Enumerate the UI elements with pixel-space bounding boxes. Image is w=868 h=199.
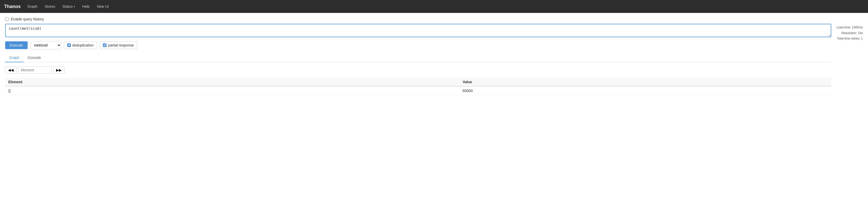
table-cell-value: 60000 xyxy=(460,86,831,95)
table-header: Element Value xyxy=(5,78,831,86)
nav-dropdown-status[interactable]: Status ▾ xyxy=(60,2,78,10)
query-input[interactable] xyxy=(5,24,831,37)
nav-status-label: Status xyxy=(62,4,73,8)
enable-history-label: Enable query history xyxy=(11,17,44,21)
tab-console[interactable]: Console xyxy=(24,54,45,62)
deduplication-label: deduplication xyxy=(72,43,94,47)
nav-link-stores[interactable]: Stores xyxy=(42,2,58,10)
query-section xyxy=(5,24,831,38)
partial-response-toggle[interactable]: partial response xyxy=(99,41,137,49)
time-controls: ◀◀ ▶▶ xyxy=(5,66,831,74)
chevron-down-icon: ▾ xyxy=(74,5,75,8)
content-area: Execute metrics0 deduplication partial r… xyxy=(5,24,831,95)
table-cell-element: {} xyxy=(5,86,460,95)
enable-history-row: Enable query history xyxy=(5,17,863,21)
deduplication-toggle[interactable]: deduplication xyxy=(64,41,97,49)
deduplication-checkbox[interactable] xyxy=(67,43,71,47)
execute-button[interactable]: Execute xyxy=(5,41,28,49)
time-back-button[interactable]: ◀◀ xyxy=(5,66,17,74)
navbar: Thanos Graph Stores Status ▾ Help New UI xyxy=(0,0,868,13)
brand-logo: Thanos xyxy=(4,4,21,9)
stat-total-series: Total time series: 1 xyxy=(836,36,863,42)
partial-response-checkbox[interactable] xyxy=(103,43,106,47)
stat-load-time: Load time: 1465ms xyxy=(836,25,863,31)
tab-graph[interactable]: Graph xyxy=(5,54,24,62)
nav-link-newui[interactable]: New UI xyxy=(94,2,112,10)
store-select[interactable]: metrics0 xyxy=(30,41,61,49)
stats-panel: Load time: 1465ms Resolution: 14s Total … xyxy=(836,24,863,95)
stat-resolution: Resolution: 14s xyxy=(836,31,863,36)
nav-link-graph[interactable]: Graph xyxy=(25,2,40,10)
table-row: {} 60000 xyxy=(5,86,831,95)
moment-input[interactable] xyxy=(18,66,52,74)
time-forward-button[interactable]: ▶▶ xyxy=(53,66,65,74)
controls-row: Execute metrics0 deduplication partial r… xyxy=(5,41,831,49)
tabs-row: Graph Console xyxy=(5,54,831,62)
main-content: Enable query history Execute metrics0 de… xyxy=(0,13,868,99)
result-table: Element Value {} 60000 xyxy=(5,78,831,95)
enable-history-checkbox[interactable] xyxy=(5,17,9,21)
query-layout: Execute metrics0 deduplication partial r… xyxy=(5,24,863,95)
table-body: {} 60000 xyxy=(5,86,831,95)
col-header-element: Element xyxy=(5,78,460,86)
nav-link-help[interactable]: Help xyxy=(80,2,92,10)
col-header-value: Value xyxy=(460,78,831,86)
partial-response-label: partial response xyxy=(108,43,134,47)
